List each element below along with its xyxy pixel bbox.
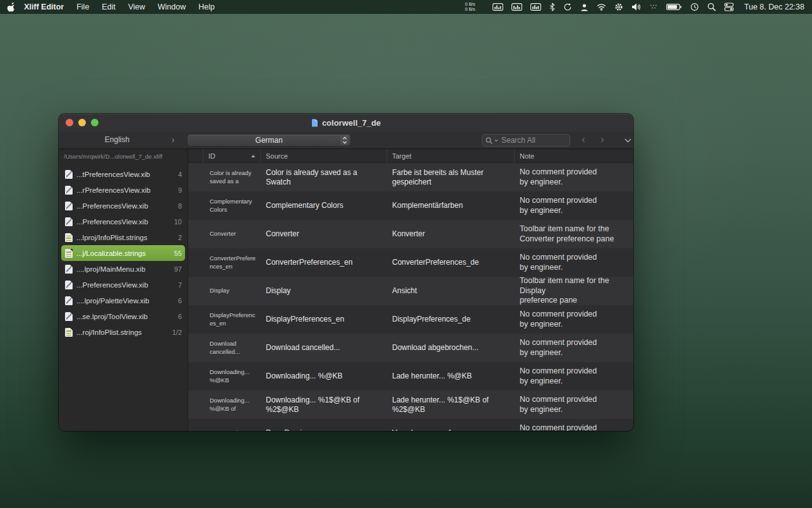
file-name: ....lproj/MainMenu.xib <box>76 265 145 273</box>
file-count-badge: 6 <box>178 297 182 305</box>
cell-note: No comment provided by engineer. <box>515 419 633 431</box>
title-area: colorwell_7_de <box>59 114 633 131</box>
file-list-item[interactable]: ....lproj/PaletteView.xib 6 <box>61 293 185 308</box>
menubar-clock[interactable]: Tue 8. Dec 22:38 <box>744 3 804 11</box>
file-count-badge: 1/2 <box>172 329 182 336</box>
table-row[interactable]: Downloading... %@KB Downloading... %@KB … <box>188 362 633 390</box>
table-row[interactable]: Complementary Colors Complementary Color… <box>188 191 633 220</box>
previous-result-button[interactable]: ‹ <box>576 131 590 149</box>
table-row[interactable]: DisplayPreferences_en DisplayPreferences… <box>188 305 633 334</box>
cell-note: Toolbar item name for the Display prefer… <box>515 277 633 305</box>
cell-status <box>188 191 203 220</box>
translation-table: ID Source Target Note Color is already s… <box>188 149 633 431</box>
file-list-item[interactable]: ...rPreferencesView.xib 9 <box>61 182 185 198</box>
window-titlebar[interactable]: colorwell_7_de <box>59 114 633 131</box>
menu-item[interactable]: Window <box>152 3 192 11</box>
file-icon <box>65 281 73 289</box>
file-list-item[interactable]: ...roj/InfoPlist.strings 1/2 <box>61 324 185 340</box>
file-list-item[interactable]: ...tPreferencesView.xib 4 <box>61 166 185 182</box>
column-header-note[interactable]: Note <box>515 149 633 162</box>
cell-note: No comment provided by engineer. <box>515 334 633 362</box>
volume-icon[interactable] <box>631 3 641 11</box>
file-count-badge: 8 <box>178 202 182 210</box>
wifi-icon[interactable] <box>597 3 606 11</box>
table-row[interactable]: Downloading... %@KB of Downloading... %1… <box>188 390 633 419</box>
file-icon <box>65 249 73 258</box>
table-row[interactable]: Color is already saved as a Color is alr… <box>188 163 633 191</box>
toolbar-overflow-chevron-icon[interactable] <box>622 131 633 149</box>
file-count-badge: 2 <box>178 234 182 241</box>
bluetooth-icon[interactable] <box>549 3 555 11</box>
file-icon <box>65 233 73 242</box>
file-list-item[interactable]: ...j/Localizable.strings 55 <box>61 245 185 261</box>
document-proxy-icon[interactable] <box>311 119 318 127</box>
cell-source: Download cancelled... <box>261 334 387 362</box>
spotlight-search-icon[interactable] <box>707 3 716 11</box>
file-name: ...j/Localizable.strings <box>76 250 146 257</box>
time-machine-icon[interactable] <box>690 3 699 11</box>
table-row[interactable]: Drop Preview Drop Preview Vorschau verwe… <box>188 419 633 431</box>
file-list-item[interactable]: ...lproj/InfoPlist.strings 2 <box>61 229 185 245</box>
file-list-item[interactable]: ...PreferencesView.xib 8 <box>61 198 185 214</box>
file-count-badge: 97 <box>174 265 182 273</box>
source-language-label[interactable]: English <box>59 131 176 149</box>
cell-id: DisplayPreferences_en <box>203 305 261 334</box>
file-list-item[interactable]: ....lproj/MainMenu.xib 97 <box>61 261 185 277</box>
display-stat-icon[interactable] <box>511 3 522 11</box>
menu-item[interactable]: File <box>70 3 95 11</box>
cell-source: Downloading... %@KB <box>261 362 387 390</box>
table-body: Color is already saved as a Color is alr… <box>188 163 633 431</box>
file-list-item[interactable]: ...PreferencesView.xib 10 <box>61 214 185 229</box>
file-list-item[interactable]: ...PreferencesView.xib 7 <box>61 277 185 293</box>
menu-item[interactable]: View <box>122 3 152 11</box>
file-name: ....lproj/PaletteView.xib <box>76 297 150 305</box>
cell-status <box>188 390 203 419</box>
window-title: colorwell_7_de <box>322 118 381 128</box>
table-row[interactable]: Converter Converter Konverter Toolbar it… <box>188 220 633 248</box>
file-icon <box>65 296 73 305</box>
apple-menu[interactable] <box>0 3 21 12</box>
cell-note: No comment provided by engineer. <box>515 163 633 191</box>
file-list: ...tPreferencesView.xib 4 ...rPreference… <box>59 166 188 340</box>
file-list-item[interactable]: ...se.lproj/ToolView.xib 6 <box>61 308 185 324</box>
target-language-popup[interactable]: German <box>187 134 351 147</box>
cell-status <box>188 163 203 191</box>
cell-target: Konverter <box>387 220 515 248</box>
display-stat-icon[interactable] <box>493 3 503 11</box>
desktop: Xliff Editor File Edit View Window Help … <box>0 0 812 508</box>
source-language-chevron-icon[interactable]: › <box>169 131 177 149</box>
table-header: ID Source Target Note <box>188 149 633 163</box>
column-header-source[interactable]: Source <box>261 149 387 162</box>
cell-source: DisplayPreferences_en <box>261 305 387 334</box>
cell-id: Display <box>203 277 261 305</box>
cell-target: Lade herunter... %1$@KB of %2$@KB <box>387 390 515 419</box>
column-header-target[interactable]: Target <box>387 149 515 162</box>
file-icon <box>65 265 73 274</box>
app-menu-title[interactable]: Xliff Editor <box>21 3 70 11</box>
menu-bar-status-area: 0 B/s 0 B/s <box>465 2 812 12</box>
cell-note: No comment provided by engineer. <box>515 248 633 277</box>
sync-icon[interactable] <box>563 3 572 11</box>
table-row[interactable]: Display Display Ansicht Toolbar item nam… <box>188 277 633 305</box>
toolbar: English › German Search All ‹ › <box>59 131 633 149</box>
network-throughput[interactable]: 0 B/s 0 B/s <box>465 2 475 12</box>
menu-item[interactable]: Help <box>192 3 221 11</box>
status-dots-icon[interactable] <box>649 4 658 10</box>
gear-icon[interactable] <box>614 3 623 11</box>
file-name: ...lproj/InfoPlist.strings <box>76 234 147 241</box>
cell-note: Toolbar item name for the Converter pref… <box>515 220 633 248</box>
table-row[interactable]: ConverterPreferences_en ConverterPrefere… <box>188 248 633 277</box>
cell-status <box>188 305 203 334</box>
menu-item[interactable]: Edit <box>95 3 122 11</box>
next-result-button[interactable]: › <box>595 131 609 149</box>
search-field[interactable]: Search All <box>482 134 570 147</box>
user-icon[interactable] <box>580 3 588 11</box>
search-scope-chevron-icon <box>494 139 498 142</box>
file-icon <box>65 312 73 321</box>
control-center-icon[interactable] <box>724 3 734 11</box>
column-header-id[interactable]: ID <box>203 149 261 162</box>
table-row[interactable]: Download cancelled... Download cancelled… <box>188 334 633 362</box>
display-stat-icon[interactable] <box>530 3 541 11</box>
cell-target: Download abgebrochen... <box>387 334 515 362</box>
battery-icon[interactable] <box>666 3 682 11</box>
